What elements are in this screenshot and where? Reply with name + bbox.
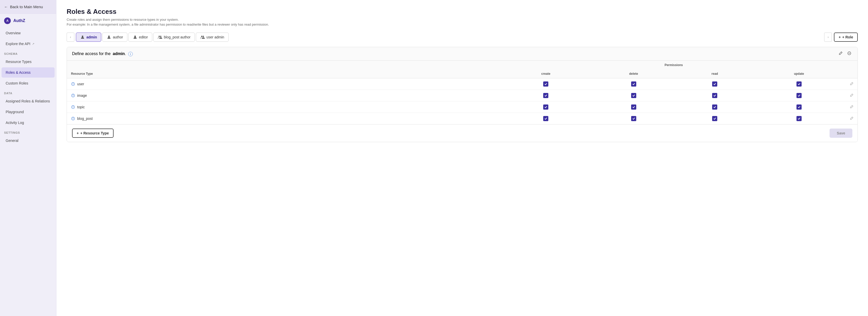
row-edit-icon[interactable] xyxy=(850,94,854,98)
resource-info-icon[interactable] xyxy=(71,82,75,86)
perm-create-cell xyxy=(502,101,590,113)
resource-info-icon[interactable] xyxy=(71,105,75,109)
perm-create-cell xyxy=(502,113,590,125)
tabs-next-arrow[interactable]: › xyxy=(824,33,832,42)
back-label: Back to Main Menu xyxy=(10,5,43,9)
role-tabs: admin author editor blog_post author xyxy=(76,33,823,42)
role-tabs-wrapper: ‹ admin author editor xyxy=(67,33,858,42)
svg-point-1 xyxy=(108,36,110,37)
col-update: update xyxy=(752,69,846,78)
tab-admin[interactable]: admin xyxy=(76,33,101,42)
svg-point-2 xyxy=(134,36,136,37)
add-role-button[interactable]: + + Role xyxy=(834,33,858,42)
perm-update-cell xyxy=(752,101,846,113)
col-delete: delete xyxy=(590,69,677,78)
save-button[interactable]: Save xyxy=(830,129,852,138)
left-arrow-icon: ‹ xyxy=(70,35,71,39)
resource-name-text: blog_post xyxy=(77,116,93,120)
table-body: user xyxy=(67,78,858,125)
checkbox-read-checked[interactable] xyxy=(712,81,717,86)
sidebar-item-playground[interactable]: Playground xyxy=(2,107,55,117)
col-read: read xyxy=(677,69,752,78)
svg-point-20 xyxy=(73,118,73,118)
checkbox-update-checked[interactable] xyxy=(797,104,802,110)
permissions-table: Resource Type Permissions create delete … xyxy=(67,61,858,124)
person-icon-admin xyxy=(80,35,85,39)
right-arrow-icon: › xyxy=(828,35,829,39)
people-icon-user-admin xyxy=(200,35,205,39)
checkbox-delete-checked[interactable] xyxy=(631,116,636,121)
perm-update-cell xyxy=(752,78,846,90)
back-to-main-menu[interactable]: ← Back to Main Menu xyxy=(0,0,56,14)
role-panel-header: Define access for the admin. i xyxy=(67,47,858,61)
checkbox-delete-checked[interactable] xyxy=(631,104,636,110)
person-icon-author xyxy=(106,35,111,39)
sidebar-item-assigned-roles[interactable]: Assigned Roles & Relations xyxy=(2,96,55,106)
svg-point-3 xyxy=(158,36,160,37)
data-section-label: DATA xyxy=(0,89,56,96)
info-icon[interactable]: i xyxy=(128,52,133,56)
tab-blog-post-author-label: blog_post author xyxy=(164,35,190,39)
resource-name-cell: blog_post xyxy=(67,113,502,125)
row-edit-icon[interactable] xyxy=(850,117,854,121)
add-resource-type-button[interactable]: + + Resource Type xyxy=(72,129,114,138)
tab-author[interactable]: author xyxy=(102,33,127,42)
add-resource-label: + Resource Type xyxy=(80,131,109,135)
sidebar-item-custom-roles[interactable]: Custom Roles xyxy=(2,78,55,89)
tab-blog-post-author[interactable]: blog_post author xyxy=(153,33,195,42)
resource-name-cell: topic xyxy=(67,101,502,113)
people-icon-blog-post-author xyxy=(158,35,162,39)
table-row: image xyxy=(67,90,858,101)
permissions-group-header: Permissions xyxy=(502,61,846,69)
resource-info-icon[interactable] xyxy=(71,94,75,98)
tabs-prev-arrow[interactable]: ‹ xyxy=(67,33,74,42)
checkbox-create-checked[interactable] xyxy=(543,116,548,121)
checkbox-read-checked[interactable] xyxy=(712,116,717,121)
tab-user-admin[interactable]: user admin xyxy=(196,33,228,42)
checkbox-delete-checked[interactable] xyxy=(631,93,636,98)
perm-delete-cell xyxy=(590,101,677,113)
resource-info-icon[interactable] xyxy=(71,116,75,120)
tab-editor[interactable]: editor xyxy=(128,33,152,42)
row-edit-cell xyxy=(846,90,858,101)
perm-update-cell xyxy=(752,113,846,125)
tab-user-admin-label: user admin xyxy=(206,35,224,39)
checkbox-update-checked[interactable] xyxy=(797,81,802,86)
sidebar-item-roles-access[interactable]: Roles & Access xyxy=(2,67,55,78)
resource-name-text: user xyxy=(77,82,84,86)
sidebar-item-general[interactable]: General xyxy=(2,136,55,146)
settings-section-label: SETTINGS xyxy=(0,128,56,135)
checkbox-create-checked[interactable] xyxy=(543,81,548,86)
checkbox-update-checked[interactable] xyxy=(797,93,802,98)
checkbox-read-checked[interactable] xyxy=(712,93,717,98)
sidebar: ← Back to Main Menu A AuthZ Overview Exp… xyxy=(0,0,56,316)
svg-point-4 xyxy=(160,36,161,37)
edit-role-button[interactable] xyxy=(837,50,844,57)
perm-update-cell xyxy=(752,90,846,101)
row-edit-icon[interactable] xyxy=(850,82,854,86)
table-row: blog_post xyxy=(67,113,858,125)
checkbox-read-checked[interactable] xyxy=(712,104,717,110)
sidebar-item-activity-log[interactable]: Activity Log xyxy=(2,117,55,128)
sidebar-item-resource-types[interactable]: Resource Types xyxy=(2,57,55,67)
page-example: For example: In a file management system… xyxy=(67,23,858,26)
svg-point-17 xyxy=(73,106,73,107)
checkbox-update-checked[interactable] xyxy=(797,116,802,121)
checkbox-create-checked[interactable] xyxy=(543,93,548,98)
svg-point-11 xyxy=(73,83,73,83)
sidebar-item-explore-api[interactable]: Explore the API ↗ xyxy=(2,39,55,49)
actions-column-header xyxy=(846,61,858,78)
plus-icon-resource: + xyxy=(76,131,79,135)
checkbox-delete-checked[interactable] xyxy=(631,81,636,86)
row-edit-icon[interactable] xyxy=(850,105,854,109)
app-logo: A AuthZ xyxy=(0,14,56,28)
checkbox-create-checked[interactable] xyxy=(543,104,548,110)
define-text: Define access for the xyxy=(72,51,111,56)
svg-point-5 xyxy=(201,36,203,37)
resource-name-cell: user xyxy=(67,78,502,90)
plus-icon: + xyxy=(839,35,841,39)
sidebar-item-overview[interactable]: Overview xyxy=(2,28,55,38)
role-panel: Define access for the admin. i Resource … xyxy=(67,47,858,142)
delete-role-button[interactable] xyxy=(846,50,852,57)
person-icon-editor xyxy=(133,35,137,39)
